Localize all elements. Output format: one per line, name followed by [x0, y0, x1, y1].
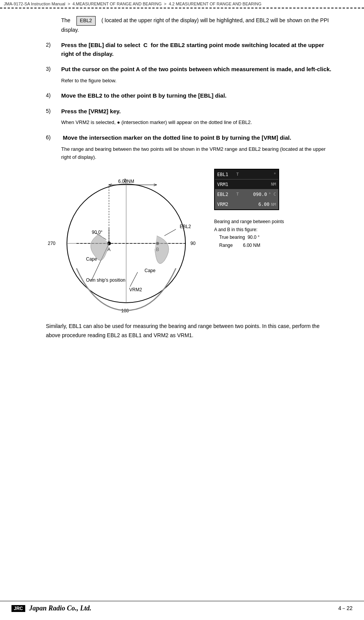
bearing-true: True bearing 90.0 ° [214, 233, 284, 241]
intro-prefix: The [61, 17, 70, 23]
ebl2-modifier: T [236, 192, 239, 197]
closing-paragraph: Similarly, EBL1 can also be used for mea… [46, 322, 333, 340]
figure-container: 6.00NM 0 180 270 90 A [46, 169, 333, 314]
step-4: 4) Move the EBL2 to the other point B by… [46, 91, 333, 100]
step-4-text: Move the EBL2 to the other point B by tu… [61, 91, 333, 100]
vrm1-row: VRM1 NM [215, 179, 278, 189]
step-3-text: Put the cursor on the point A of the two… [61, 65, 333, 74]
svg-text:VRM2: VRM2 [129, 287, 142, 292]
vrm1-unit: NM [271, 182, 276, 187]
ebl-panel: EBL1 T ° VRM1 NM EBL2 T 090.0 ° C [214, 169, 279, 210]
radar-svg: 6.00NM 0 180 270 90 A [46, 169, 206, 314]
svg-line-22 [130, 272, 138, 287]
page-number: 4－22 [338, 605, 353, 612]
ebl2-label: EBL2 [217, 192, 236, 197]
step-6-text: Move the intersection marker on the dott… [61, 134, 333, 142]
bearing-title: Bearing and range between points [214, 218, 284, 225]
svg-text:Cape: Cape [86, 256, 97, 262]
step-3: 3) Put the cursor on the point A of the … [46, 65, 333, 85]
breadcrumb-text: JMA-9172-SA Instruction Manual > 4.MEASU… [4, 2, 262, 6]
step-2-text: Press the [EBL] dial to select C for the… [61, 41, 333, 58]
footer: JRC Japan Radio Co., Ltd. 4－22 [0, 601, 364, 612]
vrm2-label: VRM2 [217, 202, 236, 207]
step-5: 5) Press the [VRM2] key. When VRM2 is se… [46, 107, 333, 127]
svg-text:Cape: Cape [145, 268, 156, 273]
ebl2-value: 090.0 [240, 192, 267, 197]
vrm1-label: VRM1 [217, 182, 236, 187]
brand-name: Japan Radio Co., Ltd. [29, 604, 91, 612]
vrm2-unit: NM [271, 202, 276, 207]
right-panel: EBL1 T ° VRM1 NM EBL2 T 090.0 ° C [214, 169, 284, 249]
main-content: The EBL2 ( located at the upper right of… [0, 8, 364, 348]
bearing-subtitle: A and B in this figure: [214, 226, 284, 233]
ebl1-unit: ° [273, 172, 276, 177]
step-4-number: 4) [46, 91, 61, 98]
step-6-sub: The range and bearing between the two po… [61, 145, 333, 162]
true-bearing-label: True bearing [219, 235, 245, 240]
step-2-content: Press the [EBL] dial to select C for the… [61, 41, 333, 58]
svg-text:Own ship's position: Own ship's position [86, 277, 125, 283]
ebl1-row: EBL1 T ° [215, 170, 278, 179]
vrm2-value: 6.00 [236, 202, 270, 207]
closing-text: Similarly, EBL1 can also be used for mea… [46, 323, 320, 338]
true-bearing-value: 90.0 ° [247, 235, 260, 240]
svg-text:0: 0 [124, 178, 127, 183]
bearing-info: Bearing and range between points A and B… [214, 218, 284, 249]
step-5-number: 5) [46, 107, 61, 114]
footer-logo: JRC Japan Radio Co., Ltd. [11, 604, 91, 612]
svg-text:EBL2: EBL2 [180, 224, 191, 229]
vrm2-row: VRM2 6.00 NM [215, 199, 278, 209]
step-3-sub: Refer to the figure below. [61, 77, 333, 85]
step-5-sub: When VRM2 is selected, ● (intersection m… [61, 119, 333, 127]
step-4-content: Move the EBL2 to the other point B by tu… [61, 91, 333, 100]
intro-paragraph: The EBL2 ( located at the upper right of… [61, 16, 333, 34]
step-5-text: Press the [VRM2] key. [61, 107, 333, 116]
ebl1-label: EBL1 [217, 172, 236, 177]
ebl2-row: EBL2 T 090.0 ° C [215, 189, 278, 199]
jrc-badge: JRC [11, 605, 25, 612]
ebl2-inline-box: EBL2 [76, 16, 96, 26]
step-6-content: Move the intersection marker on the dott… [61, 134, 333, 161]
svg-text:270: 270 [48, 241, 55, 246]
step-6: 6) Move the intersection marker on the d… [46, 134, 333, 161]
step-6-number: 6) [46, 134, 61, 140]
step-3-number: 3) [46, 65, 61, 72]
breadcrumb: JMA-9172-SA Instruction Manual > 4.MEASU… [0, 0, 364, 8]
step-2-number: 2) [46, 41, 61, 48]
radar-diagram: 6.00NM 0 180 270 90 A [46, 169, 206, 314]
svg-text:90: 90 [190, 241, 196, 246]
svg-line-20 [164, 229, 176, 236]
step-3-content: Put the cursor on the point A of the two… [61, 65, 333, 85]
range-value: 6.00 NM [243, 243, 260, 248]
step-5-content: Press the [VRM2] key. When VRM2 is selec… [61, 107, 333, 127]
ebl2-unit: ° C [268, 192, 276, 197]
bearing-range: Range 6.00 NM [214, 241, 284, 249]
step-2: 2) Press the [EBL] dial to select C for … [46, 41, 333, 58]
ebl1-modifier: T [236, 172, 239, 177]
intro-suffix: ( located at the upper right of the disp… [61, 17, 329, 33]
range-label: Range [219, 243, 232, 248]
